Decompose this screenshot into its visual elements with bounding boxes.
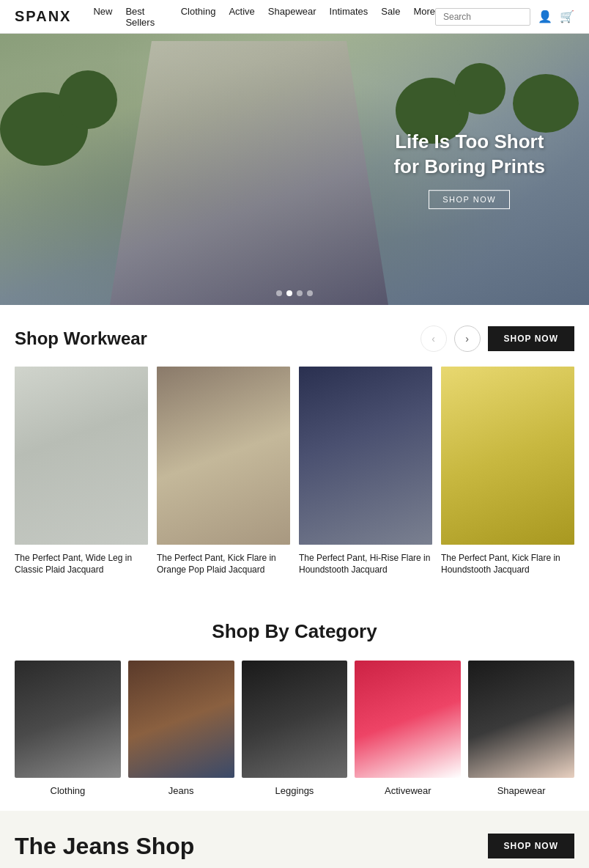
search-input[interactable]: [435, 8, 530, 26]
navigation: SPANX New Best Sellers Clothing Active S…: [0, 0, 589, 34]
nav-links: New Best Sellers Clothing Active Shapewe…: [93, 6, 435, 28]
nav-link-active[interactable]: Active: [229, 6, 254, 28]
jeans-shop-now-button[interactable]: SHOP NOW: [488, 834, 574, 858]
product-image: [15, 367, 148, 545]
product-scroll: The Perfect Pant, Wide Leg in Classic Pl…: [15, 367, 574, 584]
hero-decoration: [59, 70, 117, 129]
category-title: Shop By Category: [15, 620, 574, 643]
workwear-section: Shop Workwear ‹ › SHOP NOW The Perfect P…: [0, 305, 589, 591]
nav-link-intimates[interactable]: Intimates: [330, 6, 368, 28]
workwear-prev-button[interactable]: ‹: [421, 326, 447, 352]
category-image: [468, 661, 574, 777]
hero-shop-now-button[interactable]: SHOP NOW: [429, 190, 510, 209]
category-item-leggings[interactable]: Leggings: [242, 661, 348, 795]
category-label: Activewear: [355, 785, 461, 796]
hero-decoration: [454, 63, 505, 114]
nav-link-more[interactable]: More: [413, 6, 435, 28]
carousel-dot-active[interactable]: [286, 290, 292, 296]
category-image: [242, 661, 348, 777]
product-card[interactable]: The Perfect Pant, Hi-Rise Flare in Hound…: [299, 367, 432, 576]
nav-right-controls: 👤 🛒: [435, 8, 574, 26]
product-name: The Perfect Pant, Kick Flare in Houndsto…: [441, 552, 574, 577]
category-section: Shop By Category Clothing Jeans Leggings…: [0, 591, 589, 810]
carousel-dot[interactable]: [307, 290, 313, 296]
workwear-title: Shop Workwear: [15, 328, 147, 349]
hero-figures: [110, 41, 388, 305]
jeans-section: The Jeans Shop SHOP NOW: [0, 811, 589, 868]
hero-carousel-dots: [276, 290, 313, 296]
product-card[interactable]: The Perfect Pant, Wide Leg in Classic Pl…: [15, 367, 148, 576]
nav-link-new[interactable]: New: [93, 6, 112, 28]
brand-logo[interactable]: SPANX: [15, 8, 71, 25]
carousel-dot[interactable]: [276, 290, 282, 296]
hero-overlay: Life Is Too Short for Boring Prints SHOP…: [393, 130, 545, 209]
product-image: [157, 367, 290, 545]
category-item-jeans[interactable]: Jeans: [128, 661, 234, 795]
jeans-title: The Jeans Shop: [15, 833, 194, 860]
category-image: [355, 661, 461, 777]
category-image: [128, 661, 234, 777]
hero-decoration: [513, 74, 579, 133]
product-name: The Perfect Pant, Kick Flare in Orange P…: [157, 552, 290, 577]
product-name: The Perfect Pant, Hi-Rise Flare in Hound…: [299, 552, 432, 577]
nav-link-shapewear[interactable]: Shapewear: [268, 6, 316, 28]
workwear-header: Shop Workwear ‹ › SHOP NOW: [15, 326, 574, 352]
cart-icon[interactable]: 🛒: [560, 10, 574, 24]
category-label: Shapewear: [468, 785, 574, 796]
jeans-header: The Jeans Shop SHOP NOW: [15, 833, 574, 860]
category-label: Leggings: [242, 785, 348, 796]
product-card[interactable]: The Perfect Pant, Kick Flare in Orange P…: [157, 367, 290, 576]
workwear-next-button[interactable]: ›: [454, 326, 481, 352]
category-label: Jeans: [128, 785, 234, 796]
nav-link-best-sellers[interactable]: Best Sellers: [125, 6, 167, 28]
product-card[interactable]: The Perfect Pant, Kick Flare in Houndsto…: [441, 367, 574, 576]
workwear-shop-now-button[interactable]: SHOP NOW: [488, 326, 574, 351]
category-grid: Clothing Jeans Leggings Activewear Shape…: [15, 661, 574, 795]
category-image: [15, 661, 121, 777]
user-icon[interactable]: 👤: [538, 10, 552, 24]
product-image: [441, 367, 574, 545]
product-name: The Perfect Pant, Wide Leg in Classic Pl…: [15, 552, 148, 577]
nav-link-clothing[interactable]: Clothing: [181, 6, 216, 28]
nav-link-sale[interactable]: Sale: [381, 6, 400, 28]
category-item-activewear[interactable]: Activewear: [355, 661, 461, 795]
workwear-nav: ‹ › SHOP NOW: [421, 326, 574, 352]
carousel-dot[interactable]: [297, 290, 303, 296]
product-image: [299, 367, 432, 545]
category-item-clothing[interactable]: Clothing: [15, 661, 121, 795]
category-item-shapewear[interactable]: Shapewear: [468, 661, 574, 795]
hero-banner: Life Is Too Short for Boring Prints SHOP…: [0, 34, 589, 305]
hero-title: Life Is Too Short for Boring Prints: [393, 130, 545, 180]
category-label: Clothing: [15, 785, 121, 796]
